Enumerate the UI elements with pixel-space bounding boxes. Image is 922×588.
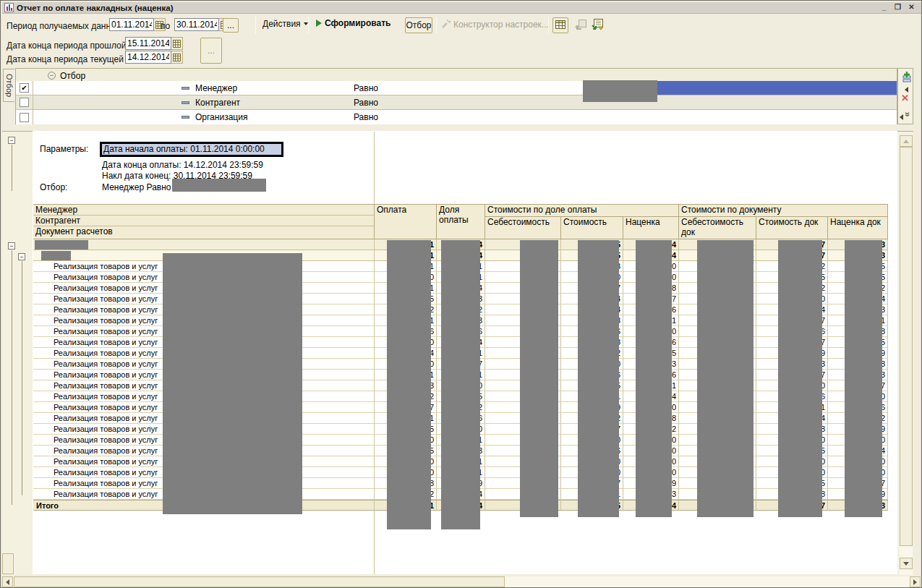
table-grid-icon [555,20,565,31]
vertical-scroll-thumb[interactable] [900,147,913,546]
toolbar-separator [255,17,256,34]
group-collapse-box[interactable]: − [18,253,25,260]
settings-constructor-button[interactable]: Конструктор настроек... [440,18,549,30]
chevron-down-icon [304,22,308,25]
header-value-share[interactable]: Стоимость [561,217,623,239]
scroll-right-button[interactable] [910,576,921,587]
minimize-button[interactable]: _ [879,3,889,12]
window-title: Отчет по оплате накладных (наценка) [17,4,174,12]
scroll-down-button[interactable] [900,558,913,569]
filter-buttons-strip: ✕ » [897,68,913,124]
period-to-input[interactable] [174,18,219,31]
arrow-up-icon [903,140,909,143]
actions-menu-button[interactable]: Действия [262,19,308,29]
calendar-icon[interactable] [171,51,183,64]
horizontal-scroll-thumb[interactable] [14,576,505,587]
report-window: Отчет по оплате накладных (наценка) _ ❐ … [0,0,922,588]
redaction-block [778,240,822,517]
prev-period-input[interactable] [125,37,171,50]
redaction-block [35,240,88,250]
selected-param-cell[interactable]: Дата начала оплаты: 01.11.2014 0:00:00 [100,142,283,157]
header-cost-share[interactable]: Себестоимость [485,217,561,239]
filter-toggle-button[interactable]: Отбор [405,17,432,33]
sheet-corner-stub [2,553,14,574]
period-ellipsis-button[interactable]: ... [223,18,239,33]
vertical-scrollbar[interactable] [900,135,913,575]
toolbar-separator [308,17,309,34]
maximize-button[interactable]: ❐ [892,3,903,12]
filter-condition[interactable]: Равно [354,83,378,93]
play-icon [316,20,322,27]
dates-ellipsis-button[interactable]: ... [200,38,222,64]
header-manager[interactable]: Менеджер [33,204,375,216]
filter-row-contragent[interactable]: Контрагент Равно [16,95,897,110]
group-line [12,145,12,191]
restore-settings-icon[interactable] [575,20,586,33]
header-payment[interactable]: Оплата [375,204,437,239]
checkbox-checked[interactable]: ✔ [20,83,29,93]
redaction-block [41,251,71,260]
constructor-wand-icon [440,18,451,30]
group-line [12,250,12,505]
filter-row-organization[interactable]: Организация Равно [16,110,897,124]
chevrons-down-icon[interactable]: » [902,112,913,117]
scroll-up-button[interactable] [900,135,913,147]
report-filter-label: Отбор: [40,182,67,192]
report-filter-value[interactable]: Менеджер Равно [102,182,171,192]
checkbox-unchecked[interactable] [20,98,29,107]
close-button[interactable]: ✕ [906,3,917,12]
filter-side-tab[interactable]: Отбор [3,69,14,102]
cur-period-input[interactable] [125,51,171,64]
scroll-left-button[interactable] [2,576,13,587]
period-label: Период получаемых данных: [7,19,124,32]
redaction-block [636,240,672,517]
group-collapse-box[interactable]: − [8,242,15,250]
output-report-icon[interactable] [592,19,604,33]
filter-item-label: Контрагент [195,98,240,108]
selected-value-cell[interactable] [657,81,897,95]
redaction-block [578,240,619,517]
header-value-doc[interactable]: Стоимость док [756,217,828,239]
param-line[interactable]: Дата конца оплаты: 14.12.2014 23:59:59 [102,160,263,170]
filter-item-icon [182,116,189,119]
redaction-block [583,80,657,102]
add-filter-icon[interactable] [900,72,912,86]
collapse-icon[interactable]: − [48,72,56,80]
group-line [22,261,22,495]
app-chart-icon [4,3,14,12]
header-cost-doc[interactable]: Себестоимость док [679,217,756,239]
arrow-right-icon [913,579,917,585]
table-settings-button[interactable] [552,17,568,33]
filter-panel: − Отбор ✔ Менеджер Равно Контрагент Равн… [15,68,897,124]
to-label: по [161,19,170,32]
delete-filter-icon[interactable]: ✕ [901,93,909,103]
redaction-block [441,240,480,529]
arrow-left-icon[interactable] [905,87,908,93]
header-group-doc[interactable]: Стоимости по документу [679,204,888,217]
redaction-block [387,240,431,529]
period-from-input[interactable] [109,18,154,31]
filter-item-icon [182,101,189,104]
header-share[interactable]: Доля оплаты [437,204,485,239]
toolbar-separator [548,17,549,34]
calendar-icon[interactable] [171,37,183,50]
redaction-block [697,240,754,517]
filter-item-icon [182,87,189,90]
generate-button[interactable]: Сформировать [316,18,390,28]
header-contragent[interactable]: Контрагент [33,216,375,226]
filter-item-label: Организация [195,112,247,122]
redaction-block [172,179,266,192]
horizontal-scrollbar[interactable] [2,576,921,587]
title-bar[interactable]: Отчет по оплате накладных (наценка) _ ❐ … [2,2,921,14]
header-group-share[interactable]: Стоимости по доле оплаты [485,204,679,217]
filter-condition[interactable]: Равно [354,112,378,122]
params-label: Параметры: [40,144,88,154]
group-collapse-box[interactable]: − [8,137,15,144]
filter-condition[interactable]: Равно [354,98,378,108]
header-markup-doc[interactable]: Наценка док [828,217,888,239]
checkbox-unchecked[interactable] [20,113,29,122]
arrow-left-icon [6,579,9,585]
toolbar-separator [436,17,437,34]
header-markup-share[interactable]: Наценка [623,217,679,239]
header-document[interactable]: Документ расчетов [33,226,375,239]
